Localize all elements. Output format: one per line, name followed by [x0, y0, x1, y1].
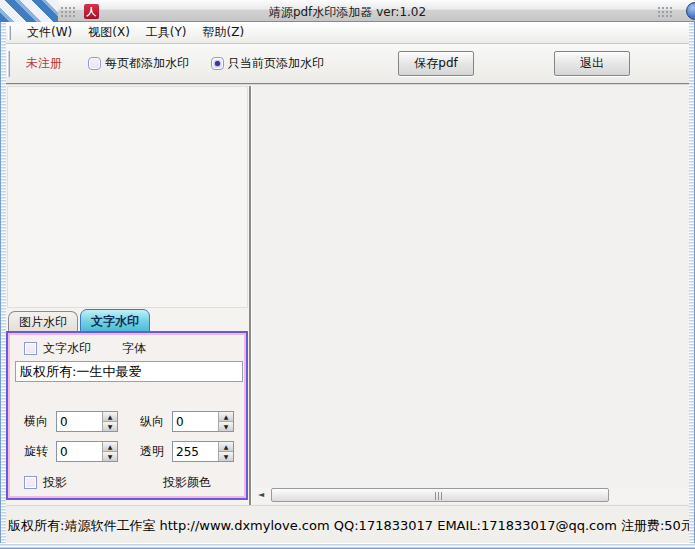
scrollbar-grip-icon	[435, 492, 444, 500]
text-watermark-enable[interactable]: 文字水印	[24, 340, 91, 357]
shadow-checkbox-label: 投影	[43, 474, 67, 491]
spin-down-icon[interactable]: ▼	[219, 452, 233, 461]
spin-row-1: 横向 ▲ ▼ 纵向 ▲ ▼	[24, 411, 256, 432]
shadow-checkbox[interactable]	[24, 476, 37, 489]
title-bar[interactable]: 人 靖源pdf水印添加器 ver:1.02	[0, 0, 695, 22]
horizontal-spinner[interactable]: ▲ ▼	[56, 411, 118, 432]
spin-up-icon[interactable]: ▲	[219, 442, 233, 452]
radio-all-pages-icon[interactable]	[88, 57, 101, 70]
shadow-color-label[interactable]: 投影颜色	[163, 474, 211, 491]
tab-image-watermark[interactable]: 图片水印	[8, 311, 78, 332]
menu-item-file[interactable]: 文件(W)	[19, 21, 80, 44]
window-title: 靖源pdf水印添加器 ver:1.02	[0, 4, 695, 21]
horizontal-label: 横向	[24, 413, 56, 430]
status-bar: 版权所有:靖源软件工作室 http://www.dxmylove.com QQ:…	[1, 505, 694, 543]
rotate-value-input[interactable]	[57, 442, 102, 461]
toolbar-grip	[7, 51, 10, 77]
horizontal-scrollbar[interactable]: ◄	[253, 487, 689, 503]
radio-all-pages[interactable]: 每页都添加水印	[88, 55, 189, 72]
spin-up-icon[interactable]: ▲	[103, 442, 117, 452]
vertical-spinner[interactable]: ▲ ▼	[172, 411, 234, 432]
text-watermark-panel: 文字水印 字体 横向 ▲ ▼ 纵向 ▲ ▼ 旋转	[6, 331, 248, 500]
application-window: 人 靖源pdf水印添加器 ver:1.02 文件(W) 视图(X) 工具(Y) …	[0, 0, 695, 549]
rotate-label: 旋转	[24, 443, 56, 460]
menu-item-view[interactable]: 视图(X)	[80, 21, 138, 44]
spin-up-icon[interactable]: ▲	[219, 412, 233, 422]
window-border-right	[689, 22, 695, 549]
radio-current-page[interactable]: 只当前页添加水印	[211, 55, 324, 72]
radio-current-page-label: 只当前页添加水印	[228, 55, 324, 72]
menu-item-tools[interactable]: 工具(Y)	[138, 21, 195, 44]
menu-item-help[interactable]: 帮助(Z)	[195, 21, 253, 44]
vertical-label: 纵向	[140, 413, 172, 430]
menu-bar: 文件(W) 视图(X) 工具(Y) 帮助(Z)	[1, 22, 694, 44]
spin-row-2: 旋转 ▲ ▼ 透明 ▲ ▼	[24, 441, 256, 462]
opacity-spinner[interactable]: ▲ ▼	[172, 441, 234, 462]
spin-down-icon[interactable]: ▼	[219, 422, 233, 431]
spin-up-icon[interactable]: ▲	[103, 412, 117, 422]
radio-all-pages-label: 每页都添加水印	[105, 55, 189, 72]
watermark-tab-bar: 图片水印 文字水印	[6, 309, 150, 332]
spin-down-icon[interactable]: ▼	[103, 452, 117, 461]
titlebar-grip-dots-right	[657, 6, 673, 17]
radio-current-page-icon[interactable]	[211, 57, 224, 70]
scroll-left-icon[interactable]: ◄	[255, 489, 267, 501]
opacity-label: 透明	[140, 443, 172, 460]
vertical-value-input[interactable]	[173, 412, 218, 431]
toolbar: 未注册 每页都添加水印 只当前页添加水印 保存pdf 退出	[1, 44, 694, 85]
status-text: 版权所有:靖源软件工作室 http://www.dxmylove.com QQ:…	[8, 517, 694, 535]
window-border-bottom	[0, 543, 695, 549]
exit-button[interactable]: 退出	[554, 51, 630, 76]
save-pdf-button[interactable]: 保存pdf	[398, 51, 474, 76]
watermark-text-input[interactable]	[15, 361, 243, 382]
tab-text-watermark[interactable]: 文字水印	[80, 309, 150, 332]
window-border-left	[0, 22, 6, 549]
opacity-value-input[interactable]	[173, 442, 218, 461]
scrollbar-thumb[interactable]	[271, 488, 609, 502]
text-watermark-checkbox[interactable]	[24, 342, 37, 355]
horizontal-value-input[interactable]	[57, 412, 102, 431]
menubar-grip	[8, 26, 11, 40]
document-view-area	[252, 86, 689, 505]
font-label[interactable]: 字体	[122, 340, 146, 357]
shadow-enable[interactable]: 投影	[24, 474, 67, 491]
rotate-spinner[interactable]: ▲ ▼	[56, 441, 118, 462]
watermark-preview-area	[7, 86, 248, 308]
text-watermark-checkbox-label: 文字水印	[43, 340, 91, 357]
spin-down-icon[interactable]: ▼	[103, 422, 117, 431]
register-status-label: 未注册	[26, 55, 62, 72]
